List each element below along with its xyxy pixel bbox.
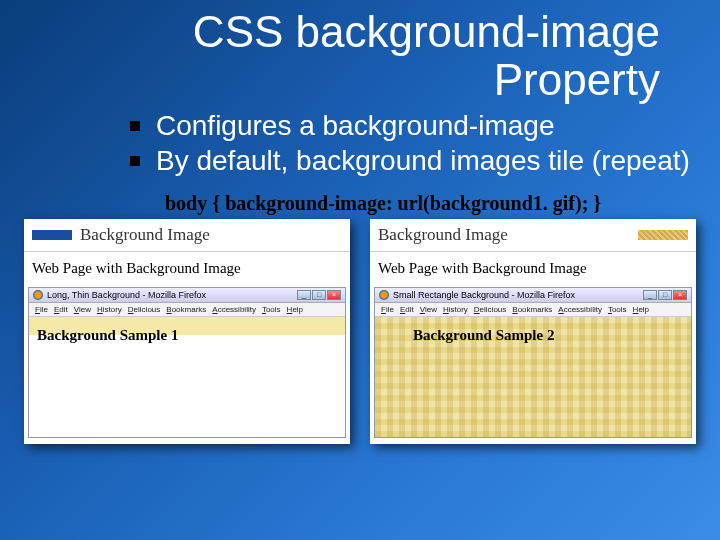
code-sample: body { background-image: url(background1… <box>0 192 720 215</box>
browser-titlebar: Small Rectangle Background - Mozilla Fir… <box>375 288 691 303</box>
sample-heading: Background Sample 1 <box>37 327 337 344</box>
menu-item[interactable]: Tools <box>262 305 281 314</box>
minimize-button[interactable]: _ <box>297 290 311 300</box>
close-button[interactable]: × <box>327 290 341 300</box>
maximize-button[interactable]: □ <box>658 290 672 300</box>
minimize-button[interactable]: _ <box>643 290 657 300</box>
bullet-list: Configures a background-image By default… <box>0 105 720 188</box>
browser-window: Small Rectangle Background - Mozilla Fir… <box>374 287 692 438</box>
example-title: Background Image <box>378 225 508 245</box>
browser-titlebar: Long, Thin Background - Mozilla Firefox … <box>29 288 345 303</box>
menu-item[interactable]: Help <box>633 305 649 314</box>
example-title: Background Image <box>80 225 210 245</box>
menu-item[interactable]: Tools <box>608 305 627 314</box>
browser-viewport: Background Sample 2 <box>375 317 691 437</box>
close-button[interactable]: × <box>673 290 687 300</box>
sample-heading: Background Sample 2 <box>383 327 683 344</box>
menu-item[interactable]: Edit <box>400 305 414 314</box>
square-bullet-icon <box>130 156 140 166</box>
swatch-pattern-icon <box>638 230 688 240</box>
example-left: Background Image Web Page with Backgroun… <box>24 219 350 444</box>
browser-menu: File Edit View History Delicious Bookmar… <box>29 303 345 317</box>
example-right: Background Image Web Page with Backgroun… <box>370 219 696 444</box>
bullet-text: Configures a background-image <box>156 109 554 143</box>
menu-item[interactable]: History <box>97 305 122 314</box>
menu-item[interactable]: History <box>443 305 468 314</box>
slide-title: CSS background-image Property <box>0 0 720 105</box>
bullet-item: By default, background images tile (repe… <box>130 144 700 178</box>
swatch-blue-icon <box>32 230 72 240</box>
browser-menu: File Edit View History Delicious Bookmar… <box>375 303 691 317</box>
firefox-icon <box>379 290 389 300</box>
menu-item[interactable]: Edit <box>54 305 68 314</box>
example-header: Background Image <box>24 219 350 252</box>
menu-item[interactable]: Bookmarks <box>166 305 206 314</box>
menu-item[interactable]: Help <box>287 305 303 314</box>
menu-item[interactable]: Accessibility <box>212 305 256 314</box>
menu-item[interactable]: Accessibility <box>558 305 602 314</box>
title-line-1: CSS background-image <box>193 7 660 56</box>
window-buttons: _ □ × <box>643 290 687 300</box>
menu-item[interactable]: View <box>420 305 437 314</box>
browser-viewport: Background Sample 1 <box>29 317 345 437</box>
square-bullet-icon <box>130 121 140 131</box>
firefox-icon <box>33 290 43 300</box>
browser-window: Long, Thin Background - Mozilla Firefox … <box>28 287 346 438</box>
window-buttons: _ □ × <box>297 290 341 300</box>
examples-row: Background Image Web Page with Backgroun… <box>0 219 720 444</box>
browser-title-text: Small Rectangle Background - Mozilla Fir… <box>393 290 575 300</box>
menu-item[interactable]: Delicious <box>474 305 506 314</box>
example-subtitle: Web Page with Background Image <box>370 252 696 287</box>
maximize-button[interactable]: □ <box>312 290 326 300</box>
menu-item[interactable]: File <box>35 305 48 314</box>
example-header: Background Image <box>370 219 696 252</box>
bullet-item: Configures a background-image <box>130 109 700 143</box>
browser-title-text: Long, Thin Background - Mozilla Firefox <box>47 290 206 300</box>
bullet-text: By default, background images tile (repe… <box>156 144 690 178</box>
menu-item[interactable]: Bookmarks <box>512 305 552 314</box>
menu-item[interactable]: View <box>74 305 91 314</box>
example-subtitle: Web Page with Background Image <box>24 252 350 287</box>
title-line-2: Property <box>494 55 660 104</box>
menu-item[interactable]: File <box>381 305 394 314</box>
menu-item[interactable]: Delicious <box>128 305 160 314</box>
